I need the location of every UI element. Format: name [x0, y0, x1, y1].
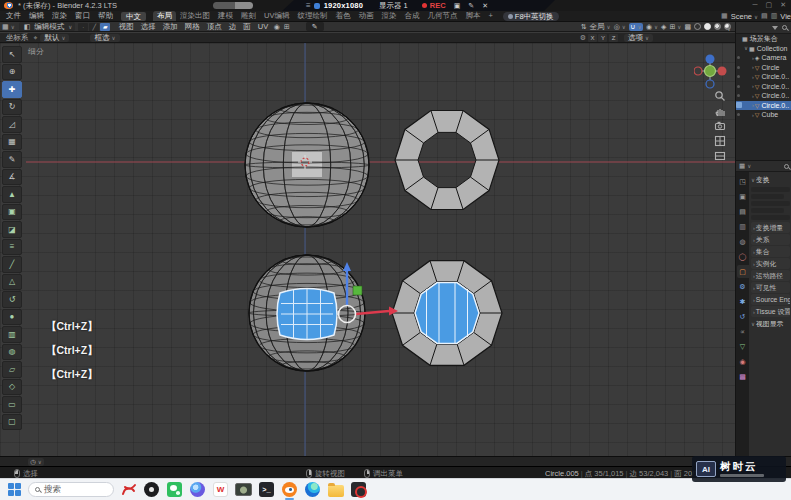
taskbar-app-file-explorer[interactable] — [327, 481, 344, 498]
tab-scene-icon[interactable]: ◍ — [737, 235, 749, 248]
menu-文件[interactable]: 文件 — [2, 11, 25, 21]
new-scene-icon[interactable]: ▤ — [761, 12, 768, 20]
recorder-source-icon[interactable] — [314, 3, 320, 9]
panel-header[interactable]: ›Tissue 设置 — [751, 306, 790, 317]
axis-y-ball[interactable] — [705, 66, 716, 77]
tool-rotate[interactable]: ↻ — [2, 99, 22, 116]
minimize-button[interactable]: ─ — [753, 1, 758, 9]
active-tool-dropdown[interactable]: 框选 — [90, 34, 119, 42]
panel-header[interactable]: ›集合 — [751, 246, 790, 257]
language-button[interactable]: 中文 — [121, 12, 146, 21]
gizmo-plane-handle[interactable] — [353, 286, 362, 295]
lang-toggle-button[interactable]: F8中英切换 — [503, 12, 559, 21]
tool-annotate[interactable]: ✎ — [2, 151, 22, 168]
tool-loop-cut[interactable]: ≡ — [2, 239, 22, 256]
transform-field[interactable] — [751, 208, 784, 213]
zoom-icon[interactable] — [714, 90, 726, 102]
annotate-active-button[interactable]: ✎ — [306, 22, 324, 31]
expand-caret-icon[interactable]: › — [752, 64, 754, 70]
panel-header[interactable]: ›变换增量 — [751, 222, 790, 233]
workspace-tab[interactable]: 渲染出图 — [176, 11, 214, 21]
proportional-falloff-icon[interactable]: ◉ — [646, 23, 658, 31]
viewport-display-panel-header[interactable]: ∨视图显示 — [751, 319, 790, 329]
vp-menu-视图[interactable]: 视图 — [115, 22, 137, 32]
shading-material-icon[interactable] — [714, 23, 721, 30]
overlay-toggle-pill[interactable] — [213, 2, 253, 9]
overlays-icon[interactable]: ⊞ — [669, 23, 681, 31]
transform-orientation-icon[interactable]: ⇅ — [581, 23, 587, 31]
orientation-dropdown[interactable]: 全局 — [590, 22, 611, 32]
shading-wireframe-icon[interactable] — [694, 23, 701, 30]
transform-field[interactable] — [751, 215, 790, 220]
outliner-row-selected[interactable]: ›▽Circle.0.. — [736, 101, 791, 111]
workspace-tab[interactable]: 几何节点 — [423, 11, 461, 21]
tab-particles-icon[interactable]: ✱ — [737, 295, 749, 308]
tool-select-box[interactable]: ↖ — [2, 46, 22, 63]
gizmos-icon[interactable]: ◈ — [661, 23, 666, 31]
properties-search-icon[interactable] — [784, 164, 789, 169]
face-select-button[interactable]: ▰ — [100, 23, 110, 31]
tool-move[interactable]: ✚ — [2, 81, 22, 98]
pivot-point-icon[interactable]: ◎ — [614, 23, 626, 31]
tab-texture-icon[interactable]: ▩ — [737, 370, 749, 383]
panel-header[interactable]: ›可见性 — [751, 282, 790, 293]
panel-header[interactable]: ›Source Eng... — [751, 294, 790, 305]
tab-constraints-icon[interactable]: ∝ — [737, 325, 749, 338]
tab-render-icon[interactable]: ▣ — [737, 190, 749, 203]
expand-caret-icon[interactable]: › — [752, 112, 754, 118]
orthographic-toggle-icon[interactable] — [714, 135, 726, 147]
expand-caret-icon[interactable]: › — [752, 102, 754, 108]
menu-帮助[interactable]: 帮助 — [94, 11, 117, 21]
tool-slide-relax[interactable]: ▢ — [2, 414, 22, 431]
taskbar-app-browser[interactable] — [189, 481, 206, 498]
workspace-tab[interactable]: 建模 — [214, 11, 237, 21]
selected-faces[interactable] — [415, 283, 479, 344]
transform-field[interactable] — [751, 187, 790, 192]
outliner-row-scene-collection[interactable]: ▦场景集合 — [736, 34, 791, 44]
outliner-row[interactable]: ›▽Circle.0.. — [736, 72, 791, 82]
navigation-gizmo[interactable] — [694, 52, 728, 90]
mirror-x-button[interactable]: X — [588, 34, 597, 42]
workspace-tab[interactable]: 雕刻 — [237, 11, 260, 21]
outliner-row[interactable]: ›▽Cube — [736, 110, 791, 120]
taskbar-app-window-preview[interactable] — [235, 481, 252, 498]
vp-menu-面[interactable]: 面 — [240, 22, 255, 32]
vp-menu-边[interactable]: 边 — [225, 22, 240, 32]
view-layer-selector[interactable]: Vie — [780, 12, 791, 21]
panel-header[interactable]: ›实例化 — [751, 258, 790, 269]
axis-z-negative[interactable] — [706, 80, 714, 88]
menu-编辑[interactable]: 编辑 — [25, 11, 48, 21]
axis-x-positive[interactable] — [718, 67, 727, 76]
start-button[interactable] — [8, 483, 22, 497]
transform-panel-header[interactable]: ∨变换 — [751, 175, 790, 185]
vp-menu-添加[interactable]: 添加 — [159, 22, 181, 32]
recorder-camera-icon[interactable]: ▣ — [454, 2, 461, 10]
mirror-z-button[interactable]: Z — [609, 34, 618, 42]
workspace-tab[interactable]: 纹理绘制 — [293, 11, 331, 21]
taskbar-app-app-logo-red[interactable] — [120, 481, 137, 498]
outliner-row[interactable]: ∨▦Collection — [736, 44, 791, 54]
expand-caret-icon[interactable]: ∨ — [744, 45, 748, 51]
blender-logo-icon[interactable] — [4, 2, 13, 9]
panel-header[interactable]: ›关系 — [751, 234, 790, 245]
tool-bevel[interactable]: ◪ — [2, 221, 22, 238]
timeline-editor-icon[interactable]: ◷ — [28, 458, 44, 466]
tab-material-icon[interactable]: ◉ — [737, 355, 749, 368]
taskbar-app-blender[interactable] — [281, 481, 298, 498]
ring-object-top[interactable] — [395, 111, 499, 210]
vp-menu-选择[interactable]: 选择 — [137, 22, 159, 32]
vp-menu-网格[interactable]: 网格 — [181, 22, 203, 32]
maximize-button[interactable]: ▢ — [766, 1, 773, 9]
mode-dropdown[interactable]: ◧ 编辑模式 — [19, 22, 76, 31]
taskbar-search[interactable]: 搜索 — [28, 482, 114, 497]
taskbar-app-wechat[interactable] — [166, 481, 183, 498]
expand-caret-icon[interactable]: › — [752, 83, 754, 89]
close-button[interactable]: ✕ — [780, 1, 786, 9]
taskbar-app-terminal[interactable]: >_ — [258, 481, 275, 498]
shading-rendered-icon[interactable] — [724, 23, 731, 30]
tool-cursor[interactable]: ⊕ — [2, 64, 22, 81]
outliner-row[interactable]: ›▽Circle — [736, 63, 791, 73]
viewport-canvas[interactable] — [26, 43, 735, 456]
tool-transform[interactable]: ▦ — [2, 134, 22, 151]
proportional-edit-icon[interactable]: ◉ — [272, 23, 282, 31]
